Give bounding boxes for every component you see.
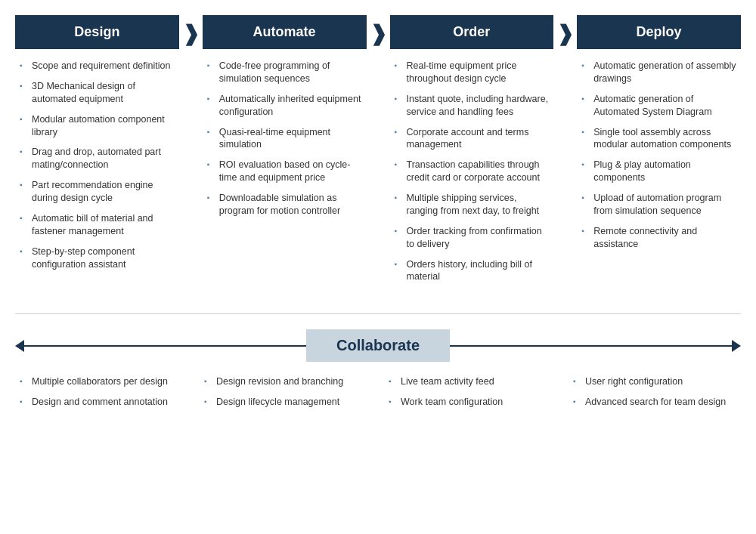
collab-list-1: Multiple collaborators per designDesign …	[15, 375, 187, 409]
arrow-right-head-icon	[732, 340, 741, 352]
deploy-list: Automatic generation of assembly drawing…	[577, 60, 741, 251]
order-list: Real-time equipment price throughout des…	[390, 60, 554, 283]
list-item: Corporate account and terms management	[395, 126, 550, 152]
section-divider	[15, 313, 741, 314]
automate-column-wrapper: Automate Code-free programming of simula…	[203, 15, 367, 291]
list-item: Upload of automation program from simula…	[581, 192, 736, 218]
list-item: Remote connectivity and assistance	[581, 225, 736, 251]
list-item: Live team activity feed	[389, 375, 552, 388]
list-item: Part recommendation engine during design…	[20, 179, 175, 205]
arrow-1: ❱	[179, 15, 203, 291]
arrow-left-head-icon	[15, 340, 24, 352]
arrow-right-icon-2: ❱	[367, 21, 390, 46]
list-item: Automatic bill of material and fastener …	[20, 212, 175, 238]
list-item: Plug & play automation components	[581, 159, 736, 184]
list-item: Order tracking from confirmation to deli…	[395, 225, 550, 251]
list-item: Code-free programming of simulation sequ…	[207, 60, 362, 85]
top-section: Design Scope and requirement definition3…	[15, 15, 741, 291]
deploy-header: Deploy	[577, 15, 741, 49]
list-item: Instant quote, including hardware, servi…	[395, 93, 550, 119]
list-item: Work team configuration	[389, 396, 552, 409]
arrow-line-left	[24, 345, 306, 347]
order-column: Order Real-time equipment price througho…	[390, 15, 554, 291]
arrow-2: ❱	[367, 15, 390, 291]
list-item: Orders history, including bill of materi…	[395, 258, 550, 284]
main-container: Design Scope and requirement definition3…	[15, 15, 741, 416]
automate-list: Code-free programming of simulation sequ…	[203, 60, 367, 218]
list-item: Quasi-real-time equipment simulation	[207, 126, 362, 152]
collab-col4: User right configurationAdvanced search …	[562, 375, 741, 416]
list-item: Advanced search for team design	[573, 396, 736, 409]
arrow-3: ❱	[553, 15, 577, 291]
list-item: Automatic generation of Automated System…	[581, 93, 736, 119]
list-item: User right configuration	[573, 375, 736, 388]
arrow-right-icon-3: ❱	[553, 21, 577, 46]
order-column-wrapper: Order Real-time equipment price througho…	[390, 15, 554, 291]
collaborate-arrow-row: Collaborate	[15, 329, 741, 362]
list-item: Automatic generation of assembly drawing…	[581, 60, 736, 85]
list-item: Drag and drop, automated part mating/con…	[20, 146, 175, 171]
order-header: Order	[390, 15, 554, 49]
collaborate-label: Collaborate	[306, 329, 450, 362]
design-header: Design	[15, 15, 179, 49]
automate-column: Automate Code-free programming of simula…	[203, 15, 367, 225]
collab-list-4: User right configurationAdvanced search …	[569, 375, 741, 409]
list-item: Step-by-step component configuration ass…	[20, 245, 175, 271]
list-item: Real-time equipment price throughout des…	[395, 60, 550, 85]
deploy-column-wrapper: Deploy Automatic generation of assembly …	[577, 15, 741, 291]
collab-col1: Multiple collaborators per designDesign …	[15, 375, 194, 416]
list-item: Modular automation component library	[20, 113, 175, 139]
design-column: Design Scope and requirement definition3…	[15, 15, 179, 278]
list-item: Multiple collaborators per design	[20, 375, 183, 388]
list-item: Transaction capabilities through credit …	[395, 159, 550, 184]
list-item: Design lifecycle management	[204, 396, 367, 409]
bottom-section: Multiple collaborators per designDesign …	[15, 375, 741, 416]
design-list: Scope and requirement definition3D Mecha…	[15, 60, 179, 270]
list-item: Design and comment annotation	[20, 396, 183, 409]
arrow-right-icon-1: ❱	[179, 21, 203, 46]
list-item: Scope and requirement definition	[20, 60, 175, 73]
collab-list-2: Design revision and branchingDesign life…	[200, 375, 372, 409]
list-item: Downloadable simulation as program for m…	[207, 192, 362, 218]
list-item: Automatically inherited equipment config…	[207, 93, 362, 119]
arrow-line-right	[450, 345, 732, 347]
deploy-column: Deploy Automatic generation of assembly …	[577, 15, 741, 258]
automate-header: Automate	[203, 15, 367, 49]
collab-col2: Design revision and branchingDesign life…	[194, 375, 378, 416]
collab-col3: Live team activity feedWork team configu…	[378, 375, 562, 416]
list-item: Design revision and branching	[204, 375, 367, 388]
list-item: Single tool assembly across modular auto…	[581, 126, 736, 152]
collaborate-section: Collaborate Multiple collaborators per d…	[15, 329, 741, 416]
list-item: ROI evaluation based on cycle-time and e…	[207, 159, 362, 184]
list-item: Multiple shipping services, ranging from…	[395, 192, 550, 218]
list-item: 3D Mechanical design of automated equipm…	[20, 80, 175, 106]
design-column-wrapper: Design Scope and requirement definition3…	[15, 15, 179, 291]
collab-list-3: Live team activity feedWork team configu…	[384, 375, 556, 409]
